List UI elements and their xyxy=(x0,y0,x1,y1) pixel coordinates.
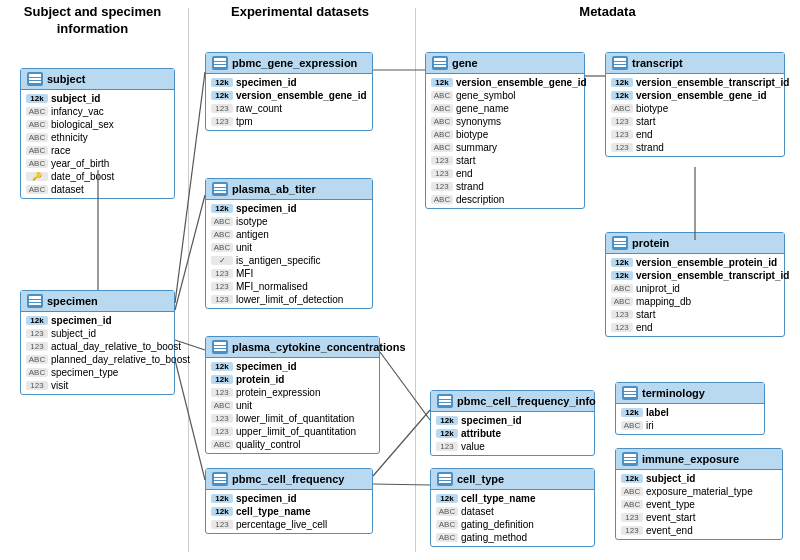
field-type-year-of-birth: ABC xyxy=(26,159,48,168)
svg-rect-25 xyxy=(614,242,626,244)
field-pcfi-attribute: 12k attribute xyxy=(431,427,594,440)
svg-rect-24 xyxy=(614,238,626,241)
field-ct-dataset: ABC dataset xyxy=(431,505,594,518)
field-name-lower-limit: lower_limit_of_detection xyxy=(236,294,343,305)
field-name-ethnicity: ethnicity xyxy=(51,132,88,143)
field-name-subject-id-sp: subject_id xyxy=(51,328,96,339)
field-name-description: description xyxy=(456,194,504,205)
field-name-ie-event-type: event_type xyxy=(646,499,695,510)
field-name-raw-count: raw_count xyxy=(236,103,282,114)
svg-rect-16 xyxy=(214,478,226,480)
svg-line-47 xyxy=(380,352,430,420)
table-protein: protein 12k version_ensemble_protein_id … xyxy=(605,232,785,337)
field-name-protein-id: version_ensemble_protein_id xyxy=(636,257,777,268)
field-ie-exposure-material: ABC exposure_material_type xyxy=(616,485,782,498)
table-icon-transcript xyxy=(612,56,628,70)
field-biological-sex: ABC biological_sex xyxy=(21,118,174,131)
field-name-year-of-birth: year_of_birth xyxy=(51,158,109,169)
field-type-biotype-gene: ABC xyxy=(431,130,453,139)
table-specimen-body: 12k specimen_id 123 subject_id 123 actua… xyxy=(21,312,174,394)
svg-line-48 xyxy=(373,484,430,485)
table-pbmc-cell-freq-info: pbmc_cell_frequency_info 12k specimen_id… xyxy=(430,390,595,456)
svg-rect-22 xyxy=(614,62,626,64)
field-date-of-boost: 🔑 date_of_boost xyxy=(21,170,174,183)
field-summary: ABC summary xyxy=(426,141,584,154)
field-transcript-biotype: ABC biotype xyxy=(606,102,784,115)
field-gene-end: 123 end xyxy=(426,167,584,180)
field-type-transcript-id: 12k xyxy=(611,78,633,87)
field-name-ie-event-start: event_start xyxy=(646,512,695,523)
field-type-unit-pat: ABC xyxy=(211,243,233,252)
field-type-pat-specimen-id: 12k xyxy=(211,204,233,213)
table-terminology-body: 12k label ABC iri xyxy=(616,404,764,434)
field-type-transcript-strand: 123 xyxy=(611,143,633,152)
field-name-race: race xyxy=(51,145,70,156)
field-name-actual-day: actual_day_relative_to_boost xyxy=(51,341,181,352)
field-name-gene-end: end xyxy=(456,168,473,179)
field-name-pcfi-attribute: attribute xyxy=(461,428,501,439)
field-type-protein-expression: 123 xyxy=(211,388,233,397)
svg-rect-12 xyxy=(214,342,226,345)
table-pbmc-cell-frequency: pbmc_cell_frequency 12k specimen_id 12k … xyxy=(205,468,373,534)
divider-2 xyxy=(415,8,416,552)
field-type-ethnicity: ABC xyxy=(26,133,48,142)
table-protein-body: 12k version_ensemble_protein_id 12k vers… xyxy=(606,254,784,336)
field-type-infancy-vac: ABC xyxy=(26,107,48,116)
field-subject-id-sp: 123 subject_id xyxy=(21,327,174,340)
table-subject: subject 12k subject_id ABC infancy_vac A… xyxy=(20,68,175,199)
table-immune-exposure-header: immune_exposure xyxy=(616,449,782,470)
table-transcript-name: transcript xyxy=(632,57,683,69)
field-type-ie-subject-id: 12k xyxy=(621,474,643,483)
field-uniprot-id: ABC uniprot_id xyxy=(606,282,784,295)
field-type-pcf-cell-type: 12k xyxy=(211,507,233,516)
field-specimen-id: 12k specimen_id xyxy=(21,314,174,327)
svg-line-40 xyxy=(175,72,205,303)
field-name-synonyms: synonyms xyxy=(456,116,501,127)
field-type-visit: 123 xyxy=(26,381,48,390)
field-name-term-label: label xyxy=(646,407,669,418)
field-name-ie-exposure-material: exposure_material_type xyxy=(646,486,753,497)
svg-rect-18 xyxy=(434,58,446,61)
field-protein-id: 12k version_ensemble_protein_id xyxy=(606,256,784,269)
svg-rect-26 xyxy=(614,245,626,247)
table-protein-name: protein xyxy=(632,237,669,249)
field-race: ABC race xyxy=(21,144,174,157)
table-cell-type: cell_type 12k cell_type_name ABC dataset… xyxy=(430,468,595,547)
field-name-ie-subject-id: subject_id xyxy=(646,473,695,484)
field-unit-pcc: ABC unit xyxy=(206,399,379,412)
field-name-isotype: isotype xyxy=(236,216,268,227)
svg-rect-29 xyxy=(439,403,451,405)
table-gene-header: gene xyxy=(426,53,584,74)
field-name-gene-id: version_ensemble_gene_id xyxy=(456,77,587,88)
field-type-quality-control: ABC xyxy=(211,440,233,449)
field-year-of-birth: ABC year_of_birth xyxy=(21,157,174,170)
divider-1 xyxy=(188,8,189,552)
section-title-subject: Subject and specimen information xyxy=(0,4,185,38)
field-is-antigen-specific: ✓ is_antigen_specific xyxy=(206,254,372,267)
field-name-term-iri: iri xyxy=(646,420,654,431)
field-name-planned-day: planned_day_relative_to_boost xyxy=(51,354,190,365)
field-ie-subject-id: 12k subject_id xyxy=(616,472,782,485)
field-gene-name: ABC gene_name xyxy=(426,102,584,115)
svg-rect-38 xyxy=(624,461,636,463)
field-pcfi-specimen-id: 12k specimen_id xyxy=(431,414,594,427)
table-pbmc-cell-freq-name: pbmc_cell_frequency xyxy=(232,473,345,485)
field-pcf-specimen-id: 12k specimen_id xyxy=(206,492,372,505)
field-name-date-of-boost: date_of_boost xyxy=(51,171,114,182)
field-dataset-subject: ABC dataset xyxy=(21,183,174,196)
field-biotype-gene: ABC biotype xyxy=(426,128,584,141)
field-type-gene-name: ABC xyxy=(431,104,453,113)
table-icon-protein xyxy=(612,236,628,250)
field-name-transcript-biotype: biotype xyxy=(636,103,668,114)
field-mfi: 123 MFI xyxy=(206,267,372,280)
table-icon-immune-exposure xyxy=(622,452,638,466)
field-type-subject-id-sp: 123 xyxy=(26,329,48,338)
field-isotype: ABC isotype xyxy=(206,215,372,228)
field-type-actual-day: 123 xyxy=(26,342,48,351)
field-name-ie-event-end: event_end xyxy=(646,525,693,536)
field-type-specimen-id: 12k xyxy=(26,316,48,325)
table-icon-specimen xyxy=(27,294,43,308)
table-cell-type-body: 12k cell_type_name ABC dataset ABC gatin… xyxy=(431,490,594,546)
table-immune-exposure-name: immune_exposure xyxy=(642,453,739,465)
table-icon-subject xyxy=(27,72,43,86)
